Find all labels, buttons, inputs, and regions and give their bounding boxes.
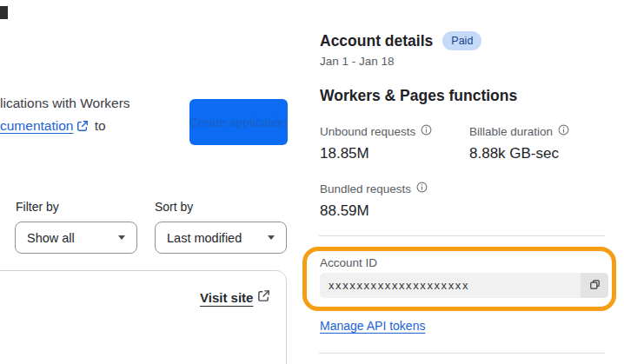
cropped-ui-fragment	[0, 6, 8, 19]
divider	[319, 235, 605, 236]
workers-pages-functions-heading: Workers & Pages functions	[320, 87, 517, 105]
info-icon[interactable]	[558, 124, 569, 138]
copy-icon	[588, 278, 601, 294]
stat-billable-duration: Billable duration 8.88k GB-sec	[469, 124, 624, 162]
visit-site-label: Visit site	[200, 290, 253, 305]
page: lications with Workers cumentation to Cr…	[0, 0, 624, 364]
stat-label: Unbound requests	[320, 124, 485, 138]
stat-value: 18.85M	[320, 145, 485, 162]
copy-button[interactable]	[581, 273, 608, 298]
filter-select-value: Show all	[27, 231, 75, 245]
sort-by-label: Sort by	[155, 200, 193, 214]
filter-select[interactable]: Show all	[15, 222, 137, 254]
stat-value: 88.59M	[320, 202, 485, 220]
account-details-title: Account details	[320, 32, 433, 50]
stat-bundled-requests: Bundled requests 88.59M	[320, 182, 485, 220]
account-details-heading: Account details Paid	[320, 31, 481, 50]
info-icon[interactable]	[421, 124, 432, 138]
application-card	[0, 270, 287, 364]
divider	[319, 353, 605, 354]
intro-suffix: to	[95, 118, 106, 133]
stat-value: 8.88k GB-sec	[469, 145, 624, 162]
account-id-field-group	[320, 273, 608, 298]
sort-select[interactable]: Last modified	[155, 222, 287, 254]
documentation-link[interactable]: cumentation	[0, 118, 73, 133]
create-application-button[interactable]: Create application	[189, 99, 288, 145]
intro-line1: lications with Workers	[0, 96, 130, 110]
manage-api-tokens-link[interactable]: Manage API tokens	[320, 319, 425, 333]
account-id-input[interactable]	[320, 273, 581, 298]
intro-text: lications with Workers cumentation to	[0, 92, 183, 139]
paid-status-badge: Paid	[442, 31, 481, 50]
visit-site-link[interactable]: Visit site	[200, 289, 270, 305]
chevron-down-icon	[118, 235, 125, 240]
external-link-icon	[257, 289, 270, 305]
date-range: Jan 1 - Jan 18	[320, 55, 395, 68]
external-link-icon	[76, 116, 89, 139]
stat-label: Billable duration	[469, 124, 624, 138]
filter-by-label: Filter by	[16, 200, 59, 214]
chevron-down-icon	[268, 235, 275, 240]
stat-label: Bundled requests	[320, 182, 485, 195]
sort-select-value: Last modified	[167, 231, 242, 245]
account-id-label: Account ID	[320, 256, 377, 269]
info-icon[interactable]	[416, 182, 428, 195]
stat-unbound-requests: Unbound requests 18.85M	[320, 124, 485, 162]
